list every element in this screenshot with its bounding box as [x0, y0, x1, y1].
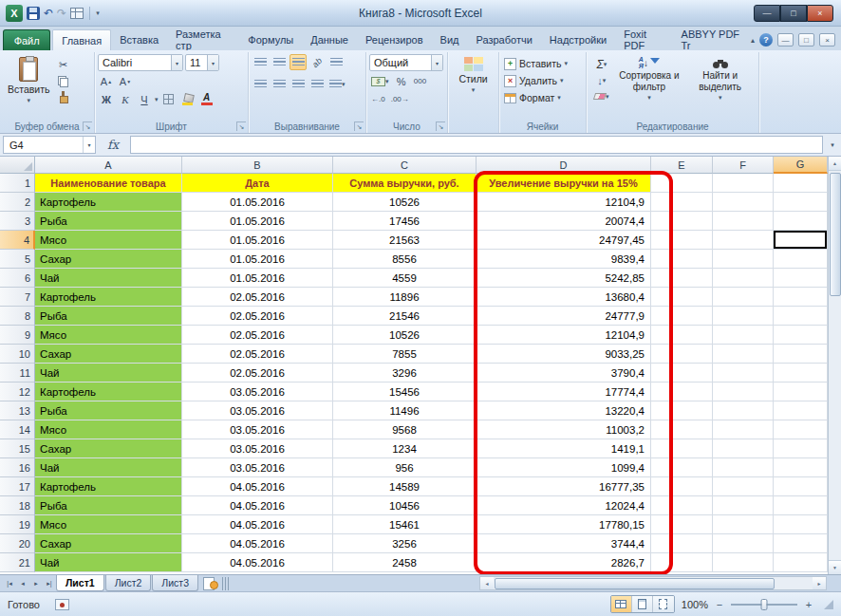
find-select-button[interactable]: Найти и выделить ▾	[684, 54, 756, 102]
select-all-button[interactable]	[0, 157, 35, 174]
ribbon-tab-5[interactable]: Данные	[302, 29, 357, 50]
format-painter-button[interactable]	[55, 89, 72, 105]
save-icon[interactable]	[27, 7, 40, 20]
row-header-21[interactable]: 21	[0, 553, 35, 572]
clipboard-dialog-launcher-icon[interactable]: ↘	[83, 121, 92, 131]
file-tab[interactable]: Файл	[3, 29, 50, 50]
row-header-19[interactable]: 19	[0, 515, 35, 534]
cell-D10[interactable]: 9033,25	[477, 345, 651, 364]
cell-A19[interactable]: Мясо	[35, 515, 182, 534]
scroll-right-icon[interactable]: ▸	[813, 577, 826, 589]
cell-G9[interactable]	[774, 326, 828, 345]
cell-D14[interactable]: 11003,2	[477, 420, 651, 439]
cell-F14[interactable]	[713, 420, 774, 439]
cell-F8[interactable]	[713, 307, 774, 326]
cell-E5[interactable]	[651, 250, 713, 269]
cell-D18[interactable]: 12024,4	[477, 496, 651, 515]
orientation-button[interactable]: ab	[308, 54, 326, 70]
cell-D12[interactable]: 17774,4	[477, 383, 651, 401]
cell-G19[interactable]	[774, 515, 828, 534]
scroll-left-icon[interactable]: ◂	[480, 577, 494, 589]
cell-B2[interactable]: 01.05.2016	[182, 193, 333, 212]
cell-A11[interactable]: Чай	[35, 364, 182, 383]
page-layout-view-button[interactable]	[632, 596, 653, 612]
row-header-16[interactable]: 16	[0, 458, 35, 477]
row-header-7[interactable]: 7	[0, 288, 35, 307]
tab-split-handle[interactable]	[222, 577, 229, 590]
cell-F3[interactable]	[713, 212, 774, 231]
cell-B4[interactable]: 01.05.2016	[182, 231, 333, 250]
insert-worksheet-button[interactable]	[201, 576, 218, 590]
decrease-decimal-button[interactable]: .00→	[389, 91, 411, 107]
decrease-indent-button[interactable]	[308, 76, 326, 92]
row-header-11[interactable]: 11	[0, 364, 35, 383]
cell-D8[interactable]: 24777,9	[477, 307, 651, 326]
styles-button[interactable]: Стили ▾	[454, 54, 492, 97]
workbook-restore-button[interactable]: □	[798, 33, 814, 47]
cell-A7[interactable]: Картофель	[35, 288, 182, 307]
ribbon-tab-3[interactable]: Разметка стр	[167, 29, 239, 50]
cell-C18[interactable]: 10456	[333, 496, 477, 515]
column-header-E[interactable]: E	[651, 157, 713, 174]
borders-button[interactable]	[160, 91, 178, 107]
cell-C6[interactable]: 4559	[333, 269, 477, 288]
cell-G6[interactable]	[774, 269, 828, 288]
format-cells-button[interactable]: Формат ▾	[502, 89, 583, 106]
cut-button[interactable]: ✂	[55, 57, 72, 73]
ribbon-tab-8[interactable]: Разработчи	[467, 29, 540, 50]
row-header-10[interactable]: 10	[0, 345, 35, 364]
cell-E11[interactable]	[651, 364, 713, 383]
cell-C14[interactable]: 9568	[333, 420, 477, 439]
cell-C13[interactable]: 11496	[333, 401, 477, 420]
cell-B3[interactable]: 01.05.2016	[182, 212, 333, 231]
cell-B7[interactable]: 02.05.2016	[182, 288, 333, 307]
cell-D6[interactable]: 5242,85	[477, 269, 651, 288]
cell-D20[interactable]: 3744,4	[477, 534, 651, 553]
cell-B20[interactable]: 04.05.2016	[182, 534, 333, 553]
cell-E15[interactable]	[651, 439, 713, 458]
cell-E7[interactable]	[651, 288, 713, 307]
cell-F1[interactable]	[713, 174, 774, 193]
sheet-tab-Лист3[interactable]: Лист3	[152, 575, 198, 591]
cell-G12[interactable]	[774, 383, 828, 401]
cell-C4[interactable]: 21563	[333, 231, 477, 250]
cell-C19[interactable]: 15461	[333, 515, 477, 534]
delete-cells-button[interactable]: × Удалить ▾	[502, 72, 583, 89]
cell-D2[interactable]: 12104,9	[477, 193, 651, 212]
cell-F6[interactable]	[713, 269, 774, 288]
cell-A5[interactable]: Сахар	[35, 250, 182, 269]
cell-E3[interactable]	[651, 212, 713, 231]
cell-A2[interactable]: Картофель	[35, 193, 182, 212]
cell-D1[interactable]: Увеличение выручки на 15%	[477, 174, 651, 193]
row-header-6[interactable]: 6	[0, 269, 35, 288]
cell-F5[interactable]	[713, 250, 774, 269]
number-dialog-launcher-icon[interactable]: ↘	[436, 121, 445, 131]
zoom-slider-thumb[interactable]	[761, 599, 768, 610]
row-header-20[interactable]: 20	[0, 534, 35, 553]
row-header-17[interactable]: 17	[0, 477, 35, 496]
row-header-4[interactable]: 4	[0, 231, 35, 250]
cell-B11[interactable]: 02.05.2016	[182, 364, 333, 383]
cell-F13[interactable]	[713, 401, 774, 420]
cell-B14[interactable]: 03.05.2016	[182, 420, 333, 439]
cell-F15[interactable]	[713, 439, 774, 458]
cell-E12[interactable]	[651, 383, 713, 401]
column-header-B[interactable]: B	[182, 157, 333, 174]
column-header-G[interactable]: G	[774, 157, 828, 174]
cell-A16[interactable]: Чай	[35, 458, 182, 477]
autosum-button[interactable]: Σ▾	[589, 56, 614, 72]
maximize-button[interactable]: □	[780, 5, 807, 22]
first-sheet-icon[interactable]: |◂	[3, 577, 16, 590]
cell-B12[interactable]: 03.05.2016	[182, 383, 333, 401]
cell-A6[interactable]: Чай	[35, 269, 182, 288]
cell-B17[interactable]: 04.05.2016	[182, 477, 333, 496]
cell-F12[interactable]	[713, 383, 774, 401]
ribbon-tab-9[interactable]: Надстройки	[541, 29, 615, 50]
column-header-C[interactable]: C	[333, 157, 477, 174]
row-header-14[interactable]: 14	[0, 420, 35, 439]
cell-G11[interactable]	[774, 364, 828, 383]
cell-C9[interactable]: 10526	[333, 326, 477, 345]
ribbon-tab-2[interactable]: Вставка	[111, 29, 167, 50]
row-header-12[interactable]: 12	[0, 383, 35, 401]
cell-D19[interactable]: 17780,15	[477, 515, 651, 534]
